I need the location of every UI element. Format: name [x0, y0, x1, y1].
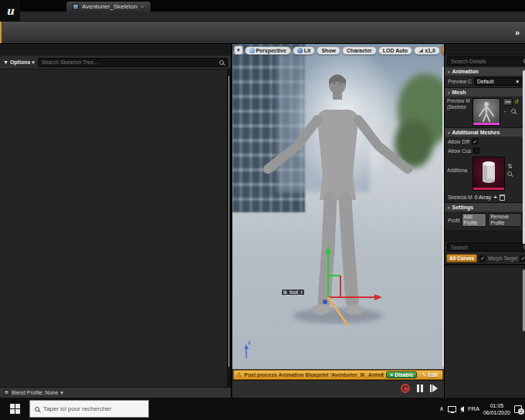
warning-text: Post process Animation Blueprint 'Aventu… — [244, 372, 384, 378]
language-indicator[interactable]: FRA — [468, 405, 479, 412]
warning-icon: ⚠ — [236, 372, 242, 378]
use-selected-icon[interactable]: ← — [503, 107, 509, 114]
asset-tab[interactable]: Aventurier_Skeleton × — [66, 1, 151, 12]
add-element-icon[interactable]: + — [493, 194, 497, 201]
system-tray: ∧ FRA 01:05 06/01/2020 2 — [439, 398, 525, 420]
browse-to-asset-icon[interactable] — [507, 171, 512, 176]
main-toolbar: » — [0, 22, 525, 44]
screen-scale-button[interactable]: x1,0 — [414, 46, 440, 55]
world-axis-indicator: z — [240, 341, 252, 363]
windows-icon — [10, 404, 20, 414]
preview-controller-dropdown[interactable]: Default ▾ — [474, 77, 522, 86]
lod-button[interactable]: LOD Auto — [378, 46, 412, 55]
perspective-icon — [249, 48, 255, 53]
show-button[interactable]: Show — [317, 46, 340, 55]
viewport[interactable]: ik_foot_r ▾ Perspective Lit Show Charact… — [232, 44, 444, 398]
section-arrow-icon: ▾ — [448, 130, 450, 135]
disable-button[interactable]: × Disable — [386, 371, 417, 378]
details-search-input[interactable] — [451, 59, 521, 64]
start-button[interactable] — [0, 398, 29, 420]
curve-table-header — [445, 264, 525, 268]
caret-down-icon: ▾ — [32, 59, 35, 65]
caret-down-icon: ▾ — [60, 390, 63, 396]
edge-strip — [0, 22, 2, 43]
post-process-warning-bar: ⚠ Post process Animation Blueprint 'Aven… — [233, 370, 443, 380]
viewport-options-button[interactable]: ▾ — [234, 46, 243, 55]
unreal-logo-icon: u — [0, 0, 20, 22]
edit-button[interactable]: ✎ Edit — [419, 372, 440, 378]
skeleton-search-box[interactable] — [38, 58, 228, 67]
windows-search-bar[interactable]: Taper ici pour rechercher — [29, 400, 149, 418]
skeleton-asset-icon — [73, 4, 79, 10]
allow-cus-checkbox[interactable] — [473, 147, 479, 154]
blend-profile-icon — [4, 390, 9, 395]
unreal-editor-window: u Aventurier_Skeleton × » ▼ Options ▾ — [0, 0, 525, 420]
toolbar-overflow-icon[interactable]: » — [515, 28, 520, 37]
selected-bone-label: ik_foot_r — [282, 290, 304, 295]
browse-to-asset-icon[interactable] — [511, 109, 516, 113]
add-profile-button[interactable]: Add Profile — [462, 213, 487, 227]
perspective-button[interactable]: Perspective — [245, 46, 291, 55]
search-icon — [35, 407, 39, 412]
step-forward-button[interactable] — [430, 384, 438, 392]
material-checkbox[interactable]: ✓ — [520, 256, 525, 262]
lit-icon — [297, 48, 303, 53]
speaker-icon[interactable] — [460, 406, 464, 412]
preview-mesh-label: Preview M (Skeletor — [447, 98, 470, 126]
lit-button[interactable]: Lit — [293, 46, 316, 55]
allow-diff-checkbox[interactable]: ✓ — [472, 138, 478, 144]
asset-tab-label: Aventurier_Skeleton — [82, 3, 137, 10]
bone-tree — [0, 69, 227, 387]
section-mesh[interactable]: ▾ Mesh — [445, 87, 525, 97]
scale-icon — [418, 49, 423, 52]
morph-target-checkbox[interactable]: ✓ — [479, 256, 486, 262]
network-icon[interactable] — [448, 406, 456, 412]
details-panel: ▾ Animation Preview C Default ▾ ▾ Mesh P… — [444, 44, 525, 398]
pause-button[interactable] — [417, 384, 423, 392]
preview-mesh-thumbnail[interactable] — [472, 98, 500, 126]
section-arrow-icon: ▾ — [448, 90, 450, 95]
windows-taskbar: Taper ici pour rechercher ∧ FRA 01:05 06… — [0, 398, 525, 420]
reset-icon[interactable]: ↺ — [514, 99, 519, 105]
mode-switcher: » — [515, 22, 525, 43]
skeleton-compat-icon[interactable]: ⇅ — [507, 163, 513, 170]
playback-bar — [232, 380, 444, 398]
tree-scrollbar[interactable] — [227, 69, 231, 387]
section-arrow-icon: ▾ — [448, 69, 450, 74]
viewport-toolbar: ▾ Perspective Lit Show Character LOD Aut… — [234, 46, 442, 55]
curves-search-box[interactable] — [447, 242, 525, 252]
filter-icon: ▼ — [3, 59, 8, 65]
skeleton-search-input[interactable] — [42, 59, 217, 65]
menu-bar — [20, 12, 525, 22]
curves-search-input[interactable] — [451, 245, 521, 250]
trash-icon[interactable] — [500, 195, 505, 201]
character-button[interactable]: Character — [342, 46, 377, 55]
record-button[interactable] — [401, 384, 410, 393]
skeleton-tree-panel: ▼ Options ▾ Blend Profile: None ▾ — [0, 44, 232, 398]
details-tabs — [445, 44, 525, 56]
section-settings[interactable]: ▾ Settings — [445, 202, 525, 212]
viewport-scene[interactable]: ik_foot_r ▾ Perspective Lit Show Charact… — [232, 44, 444, 369]
additional-mesh-thumbnail[interactable] — [472, 157, 505, 191]
viewport-right-scrollbar[interactable] — [442, 67, 444, 367]
caret-down-icon: ▾ — [517, 79, 519, 85]
tree-options-button[interactable]: ▼ Options ▾ — [3, 59, 35, 66]
pencil-icon: ✎ — [422, 372, 426, 378]
tray-chevron-icon[interactable]: ∧ — [439, 405, 444, 412]
search-icon — [219, 60, 224, 65]
notification-center-icon[interactable]: 2 — [514, 405, 522, 413]
asset-picker-button[interactable]: A▾ — [503, 98, 513, 106]
section-additional-meshes[interactable]: ▾ Additional Meshes — [445, 127, 525, 137]
preview-character-mesh[interactable] — [232, 44, 444, 369]
all-curves-button[interactable]: All Curves — [446, 254, 477, 262]
section-animation[interactable]: ▾ Animation — [445, 66, 525, 76]
blend-profile-bar[interactable]: Blend Profile: None ▾ — [0, 387, 231, 398]
close-tab-icon[interactable]: × — [141, 4, 144, 10]
section-arrow-icon: ▾ — [448, 205, 450, 210]
details-search-box[interactable] — [447, 56, 525, 66]
x-icon: × — [390, 372, 393, 378]
remove-profile-button[interactable]: Remove Profile — [488, 213, 522, 227]
anim-panel-tabs — [445, 230, 525, 242]
clock[interactable]: 01:05 06/01/2020 — [483, 402, 510, 416]
camera-follow-button[interactable]: + — [442, 46, 444, 55]
